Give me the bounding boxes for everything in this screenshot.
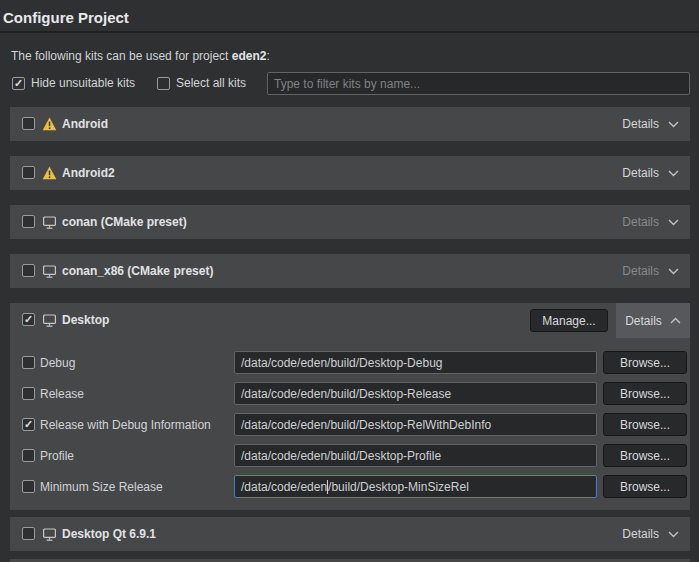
browse-button-profile[interactable]: Browse... bbox=[603, 444, 687, 467]
build-dir-input-profile[interactable] bbox=[234, 444, 597, 467]
hide-unsuitable-kits-checkbox-group[interactable]: Hide unsuitable kits bbox=[12, 76, 135, 90]
config-label: Profile bbox=[40, 449, 74, 463]
config-checkbox-profile[interactable] bbox=[22, 449, 35, 462]
config-label: Debug bbox=[40, 356, 75, 370]
details-label: Details bbox=[625, 314, 662, 328]
config-row-release: Release Browse... bbox=[10, 382, 690, 405]
config-row-relwithdebinfo: Release with Debug Information Browse... bbox=[10, 413, 690, 436]
kit-name: conan (CMake preset) bbox=[62, 215, 187, 230]
details-button-desktop-qt[interactable]: Details bbox=[622, 517, 679, 551]
project-name: eden2 bbox=[232, 49, 267, 63]
config-row-debug: Debug Browse... bbox=[10, 351, 690, 374]
kit-filter-input[interactable] bbox=[267, 72, 690, 95]
select-all-label: Select all kits bbox=[176, 76, 246, 90]
details-button-desktop[interactable]: Details bbox=[616, 303, 690, 338]
kit-checkbox-android2[interactable] bbox=[22, 166, 35, 179]
chevron-down-icon bbox=[668, 219, 679, 226]
browse-button-minsizerel[interactable]: Browse... bbox=[603, 475, 687, 498]
warning-icon bbox=[42, 166, 57, 181]
details-button-conan-x86[interactable]: Details bbox=[622, 254, 679, 288]
kit-row-android[interactable]: Android Details bbox=[10, 107, 690, 141]
kit-name: conan_x86 (CMake preset) bbox=[62, 264, 213, 279]
details-label: Details bbox=[622, 264, 659, 278]
title-separator bbox=[0, 31, 699, 33]
configure-project-page: Configure Project The following kits can… bbox=[0, 0, 699, 562]
kit-checkbox-desktop[interactable] bbox=[22, 313, 35, 326]
select-all-kits-checkbox-group[interactable]: Select all kits bbox=[157, 76, 246, 90]
hide-unsuitable-label: Hide unsuitable kits bbox=[31, 76, 135, 90]
build-dir-input-debug[interactable] bbox=[234, 351, 597, 374]
config-checkbox-minsizerel[interactable] bbox=[22, 480, 35, 493]
hide-unsuitable-checkbox[interactable] bbox=[12, 77, 25, 90]
browse-button-relwithdebinfo[interactable]: Browse... bbox=[603, 413, 687, 436]
config-row-profile: Profile Browse... bbox=[10, 444, 690, 467]
intro-suffix: : bbox=[266, 49, 269, 63]
details-label: Details bbox=[622, 117, 659, 131]
config-label: Minimum Size Release bbox=[40, 480, 163, 494]
chevron-down-icon bbox=[668, 531, 679, 538]
desktop-icon bbox=[42, 215, 57, 230]
manage-kits-button[interactable]: Manage... bbox=[530, 309, 608, 332]
build-dir-input-relwithdebinfo[interactable] bbox=[234, 413, 597, 436]
kit-checkbox-conan-x86[interactable] bbox=[22, 264, 35, 277]
page-title: Configure Project bbox=[3, 9, 129, 26]
kit-name: Desktop Qt 6.9.1 bbox=[62, 527, 156, 542]
config-row-minsizerel: Minimum Size Release /data/code/eden/bui… bbox=[10, 475, 690, 498]
browse-button-release[interactable]: Browse... bbox=[603, 382, 687, 405]
config-label: Release with Debug Information bbox=[40, 418, 211, 432]
kit-name: Android bbox=[62, 117, 108, 132]
warning-icon bbox=[42, 117, 57, 132]
kit-checkbox-desktop-qt[interactable] bbox=[22, 527, 35, 540]
desktop-icon bbox=[42, 264, 57, 279]
config-checkbox-debug[interactable] bbox=[22, 356, 35, 369]
build-dir-input-minsizerel[interactable]: /data/code/eden/build/Desktop-MinSizeRel bbox=[234, 475, 597, 498]
chevron-down-icon bbox=[668, 121, 679, 128]
kit-row-desktop-qt[interactable]: Desktop Qt 6.9.1 Details bbox=[10, 517, 690, 551]
kit-checkbox-android[interactable] bbox=[22, 117, 35, 130]
kit-row-conan[interactable]: conan (CMake preset) Details bbox=[10, 205, 690, 239]
kit-checkbox-conan[interactable] bbox=[22, 215, 35, 228]
details-button-conan[interactable]: Details bbox=[622, 205, 679, 239]
details-label: Details bbox=[622, 527, 659, 541]
config-checkbox-relwithdebinfo[interactable] bbox=[22, 418, 35, 431]
kit-name: Desktop bbox=[62, 313, 109, 328]
browse-button-debug[interactable]: Browse... bbox=[603, 351, 687, 374]
details-label: Details bbox=[622, 215, 659, 229]
desktop-icon bbox=[42, 313, 57, 328]
config-label: Release bbox=[40, 387, 84, 401]
kit-row-desktop[interactable]: Desktop Manage... Details bbox=[10, 303, 690, 338]
kit-row-conan-x86[interactable]: conan_x86 (CMake preset) Details bbox=[10, 254, 690, 288]
kits-intro-text: The following kits can be used for proje… bbox=[11, 49, 270, 63]
kit-section-desktop: Desktop Manage... Details Debug Browse..… bbox=[10, 303, 690, 510]
chevron-down-icon bbox=[668, 268, 679, 275]
config-checkbox-release[interactable] bbox=[22, 387, 35, 400]
chevron-up-icon bbox=[670, 317, 681, 324]
kit-row-android2[interactable]: Android2 Details bbox=[10, 156, 690, 190]
details-label: Details bbox=[622, 166, 659, 180]
build-dir-input-release[interactable] bbox=[234, 382, 597, 405]
details-button-android2[interactable]: Details bbox=[622, 156, 679, 190]
select-all-checkbox[interactable] bbox=[157, 77, 170, 90]
desktop-icon bbox=[42, 527, 57, 542]
details-button-android[interactable]: Details bbox=[622, 107, 679, 141]
kit-name: Android2 bbox=[62, 166, 115, 181]
intro-prefix: The following kits can be used for proje… bbox=[11, 49, 232, 63]
chevron-down-icon bbox=[668, 170, 679, 177]
